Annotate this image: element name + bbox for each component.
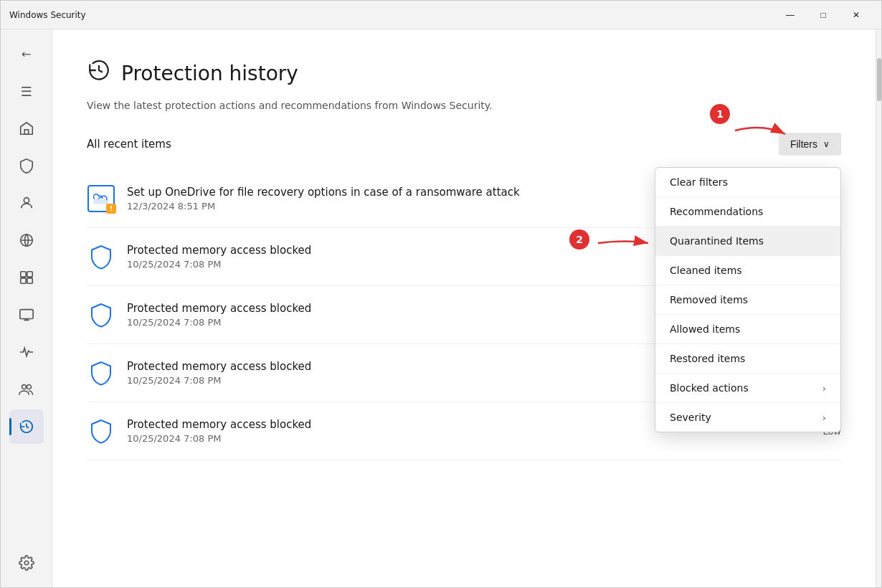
sidebar: ← ☰ (1, 29, 52, 587)
filter-removed-items[interactable]: Removed items (655, 285, 840, 315)
svg-rect-7 (19, 310, 32, 319)
filters-label: Filters (790, 138, 817, 150)
chevron-right-icon-2: › (822, 412, 826, 423)
chevron-down-icon: ∨ (823, 139, 830, 149)
sidebar-item-account[interactable] (9, 186, 44, 220)
annotation-1: 1 (710, 104, 730, 124)
sidebar-item-shield[interactable] (9, 148, 44, 183)
filter-blocked-actions[interactable]: Blocked actions › (655, 374, 840, 403)
list-label: All recent items (87, 138, 171, 151)
filters-dropdown: Clear filters Recommendations Quarantine… (655, 167, 841, 432)
svg-rect-6 (27, 278, 32, 283)
svg-rect-5 (20, 278, 25, 283)
sidebar-item-back[interactable]: ← (9, 37, 44, 71)
sidebar-item-health[interactable] (9, 335, 44, 369)
filter-allowed-items[interactable]: Allowed items (655, 315, 840, 344)
filter-cleaned-items[interactable]: Cleaned items (655, 256, 840, 285)
page-header: Protection history (87, 58, 841, 88)
sidebar-item-home[interactable] (9, 111, 44, 146)
window-controls: — □ ✕ (774, 4, 873, 27)
sidebar-item-family[interactable] (9, 372, 44, 407)
sidebar-item-device[interactable] (9, 298, 44, 332)
main-window: Windows Security — □ ✕ ← ☰ (0, 0, 882, 588)
page-title: Protection history (121, 62, 298, 85)
annotation-2: 2 (569, 229, 589, 250)
window-title: Windows Security (9, 10, 774, 20)
svg-point-9 (27, 385, 31, 389)
list-item-date: 10/25/2024 7:08 PM (127, 433, 811, 444)
svg-point-8 (22, 385, 26, 389)
history-page-icon (87, 58, 111, 88)
close-button[interactable]: ✕ (840, 4, 873, 27)
shield-icon (87, 417, 115, 445)
annotation-2-arrow (591, 232, 655, 254)
filter-severity[interactable]: Severity › (655, 403, 840, 432)
sidebar-item-network[interactable] (9, 223, 44, 257)
svg-rect-3 (20, 272, 25, 277)
chevron-right-icon: › (822, 383, 826, 394)
filter-recommendations[interactable]: Recommendations (655, 197, 840, 227)
shield-icon (87, 359, 115, 387)
main-content: Protection history View the latest prote… (52, 29, 876, 587)
filters-button[interactable]: Filters ∨ (779, 133, 841, 156)
sidebar-item-history[interactable] (9, 409, 44, 444)
onedrive-icon: ! (87, 184, 115, 213)
filter-quarantined-items[interactable]: Quarantined Items 2 (655, 227, 840, 256)
sidebar-item-menu[interactable]: ☰ (9, 74, 44, 108)
svg-point-10 (24, 561, 29, 565)
svg-point-1 (24, 198, 29, 203)
minimize-button[interactable]: — (774, 4, 807, 27)
svg-rect-4 (27, 272, 32, 277)
filter-restored-items[interactable]: Restored items (655, 344, 840, 374)
filter-clear-filters[interactable]: Clear filters (655, 168, 840, 197)
scrollbar-thumb[interactable] (877, 58, 881, 101)
sidebar-item-app-control[interactable] (9, 260, 44, 295)
list-header: All recent items 1 Filters ∨ (87, 133, 841, 156)
sidebar-item-settings[interactable] (9, 546, 44, 580)
app-body: ← ☰ (1, 29, 881, 587)
title-bar: Windows Security — □ ✕ (1, 1, 881, 29)
maximize-button[interactable]: □ (807, 4, 840, 27)
shield-icon (87, 242, 115, 271)
shield-icon (87, 300, 115, 329)
scrollbar-track[interactable] (876, 29, 881, 587)
svg-rect-0 (24, 130, 29, 134)
svg-rect-13 (94, 199, 108, 204)
